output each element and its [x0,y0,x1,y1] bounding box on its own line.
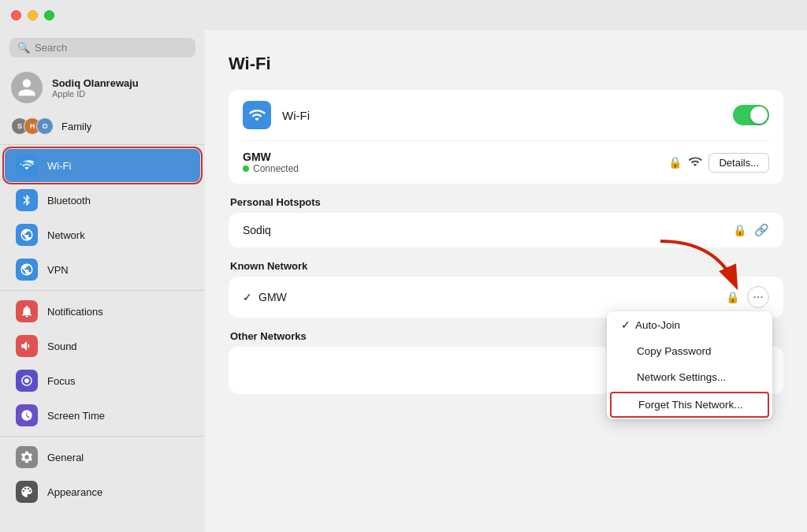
autojoin-menu-item[interactable]: ✓ Auto-Join [607,311,772,338]
sidebar-item-appearance-label: Appearance [47,486,102,498]
sidebar-item-sound[interactable]: Sound [5,329,200,363]
hotspot-name: Sodiq [243,224,733,236]
personal-hotspots-card: Sodiq 🔒 🔗 [229,213,783,247]
known-lock-icon: 🔒 [726,291,739,303]
hotspot-row: Sodiq 🔒 🔗 [229,213,783,247]
sidebar-item-wifi[interactable]: Wi-Fi [5,149,200,182]
wifi-signal-icon [688,154,702,171]
sidebar-item-bluetooth-label: Bluetooth [47,195,91,206]
forget-network-menu-item[interactable]: Forget This Network... [610,392,769,418]
sidebar-item-family[interactable]: S H O Family [0,111,205,141]
known-network-label: Known Network [229,260,783,272]
screentime-icon [16,404,38,426]
copy-password-menu-item[interactable]: Copy Password [607,338,772,364]
hotspot-link-icon: 🔗 [754,223,769,237]
connected-network-row: GMW Connected 🔒 Details... [229,141,783,184]
user-name: Sodiq Olanrewaju [52,77,139,89]
sidebar-item-vpn-label: VPN [47,264,69,276]
avatar [11,72,43,103]
notifications-icon [16,300,38,322]
user-info: Sodiq Olanrewaju Apple ID [52,77,139,99]
title-bar [0,0,807,30]
user-profile[interactable]: Sodiq Olanrewaju Apple ID [0,64,205,111]
traffic-lights [11,10,54,20]
sidebar-item-sound-label: Sound [47,340,77,352]
wifi-large-icon [243,101,271,129]
lock-icon: 🔒 [668,156,682,169]
network-status-text: Connected [253,163,299,174]
autojoin-label: Auto-Join [635,319,680,331]
page-title: Wi-Fi [229,54,783,74]
network-icons: 🔒 Details... [668,153,769,173]
network-icon [16,224,38,246]
status-dot [243,166,249,172]
sidebar-divider-1 [0,144,205,145]
sidebar-item-focus-label: Focus [47,375,75,387]
wifi-icon [16,154,38,177]
network-info: GMW Connected [243,151,668,174]
wifi-toggle-row: Wi-Fi [229,90,783,140]
copy-password-label: Copy Password [637,345,712,357]
main-content: Wi-Fi Wi-Fi GMW Connected [205,30,807,532]
sidebar-divider-2 [0,290,205,291]
bluetooth-icon [16,189,38,211]
search-bar[interactable]: 🔍 [9,38,195,58]
sidebar-item-screentime[interactable]: Screen Time [5,399,200,432]
more-options-button[interactable]: ··· [747,286,769,308]
sidebar-item-network[interactable]: Network [5,218,200,251]
known-network-card: ✓ GMW 🔒 ··· [229,277,783,318]
sidebar-item-appearance[interactable]: Appearance [5,475,200,508]
family-avatars: S H O [11,117,54,135]
network-status: Connected [243,163,668,174]
user-icon [17,77,37,98]
appearance-icon [16,481,38,503]
family-avatar-3: O [36,117,54,135]
forget-network-label: Forget This Network... [638,399,743,411]
sidebar: 🔍 Sodiq Olanrewaju Apple ID S H O Family [0,30,205,532]
maximize-button[interactable] [44,10,54,20]
vpn-icon [16,259,38,281]
minimize-button[interactable] [28,10,38,20]
sidebar-item-vpn[interactable]: VPN [5,253,200,286]
network-name: GMW [243,151,668,163]
wifi-toggle-label: Wi-Fi [282,109,733,122]
network-settings-menu-item[interactable]: Network Settings... [607,364,772,390]
sidebar-item-general[interactable]: General [5,441,200,474]
sidebar-item-general-label: General [47,452,84,463]
sidebar-item-network-label: Network [47,229,85,241]
search-input[interactable] [35,42,188,54]
autojoin-check: ✓ [621,318,630,331]
sidebar-item-screentime-label: Screen Time [47,410,105,422]
sidebar-item-wifi-label: Wi-Fi [47,160,71,172]
sidebar-item-notifications-label: Notifications [47,306,103,318]
personal-hotspots-label: Personal Hotspots [229,196,783,208]
sidebar-item-focus[interactable]: Focus [5,364,200,397]
network-settings-label: Network Settings... [637,371,726,383]
sidebar-item-bluetooth[interactable]: Bluetooth [5,184,200,217]
user-subtitle: Apple ID [52,89,139,99]
sound-icon [16,335,38,357]
search-icon: 🔍 [17,42,30,54]
app-container: 🔍 Sodiq Olanrewaju Apple ID S H O Family [0,30,807,532]
general-icon [16,446,38,468]
known-network-name: GMW [258,291,726,303]
focus-icon [16,370,38,392]
details-button[interactable]: Details... [708,153,769,173]
close-button[interactable] [11,10,21,20]
wifi-toggle-card: Wi-Fi GMW Connected 🔒 [229,90,783,184]
checkmark-icon: ✓ [243,291,252,303]
wifi-toggle-switch[interactable] [733,105,769,125]
family-label: Family [61,121,91,132]
hotspot-lock-icon: 🔒 [733,224,746,236]
sidebar-item-notifications[interactable]: Notifications [5,295,200,328]
context-menu: ✓ Auto-Join Copy Password Network Settin… [607,311,772,419]
sidebar-divider-3 [0,436,205,437]
